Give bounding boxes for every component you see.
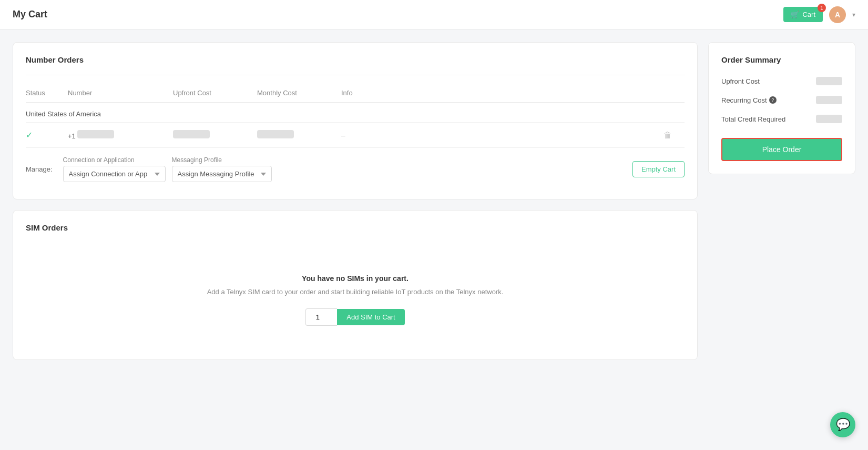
- connection-group: Connection or Application Assign Connect…: [63, 156, 166, 182]
- cart-icon: 🛒: [791, 11, 799, 18]
- order-summary-title: Order Summary: [721, 55, 842, 64]
- empty-cart-button[interactable]: Empty Cart: [632, 161, 685, 177]
- sim-orders-title: SIM Orders: [26, 223, 685, 232]
- col-number: Number: [68, 89, 173, 97]
- manage-row: Manage: Connection or Application Assign…: [26, 148, 685, 186]
- info-value: –: [341, 131, 663, 139]
- col-action: [663, 89, 685, 97]
- page-title: My Cart: [13, 9, 47, 20]
- messaging-dropdown[interactable]: Assign Messaging Profile: [172, 166, 272, 182]
- sim-qty-input[interactable]: [305, 308, 337, 326]
- status-check-icon: ✓: [26, 130, 68, 140]
- sim-empty-state: You have no SIMs in your cart. Add a Tel…: [26, 243, 685, 347]
- cart-badge: 1: [818, 4, 826, 12]
- monthly-cost-value: [257, 130, 341, 140]
- col-status: Status: [26, 89, 68, 97]
- cart-button[interactable]: 🛒 Cart 1: [783, 7, 823, 22]
- sim-add-row: Add SIM to Cart: [305, 308, 404, 326]
- recurring-cost-row: Recurring Cost ?: [721, 96, 842, 104]
- upfront-cost-label: Upfront Cost: [721, 77, 760, 85]
- messaging-group: Messaging Profile Assign Messaging Profi…: [172, 156, 272, 182]
- cart-label: Cart: [802, 11, 815, 18]
- header: My Cart 🛒 Cart 1 A ▾: [0, 0, 868, 29]
- number-orders-title: Number Orders: [26, 55, 685, 64]
- col-monthly: Monthly Cost: [257, 89, 341, 97]
- recurring-cost-label: Recurring Cost ?: [721, 96, 777, 104]
- total-credit-summary-value: [816, 115, 842, 123]
- recurring-cost-summary-value: [816, 96, 842, 104]
- delete-icon[interactable]: 🗑: [663, 131, 685, 140]
- upfront-cost-summary-value: [816, 77, 842, 85]
- messaging-group-label: Messaging Profile: [172, 156, 272, 164]
- right-panel: Order Summary Upfront Cost Recurring Cos…: [708, 42, 855, 360]
- main-content: Number Orders Status Number Upfront Cost…: [0, 29, 868, 373]
- upfront-cost-row: Upfront Cost: [721, 77, 842, 85]
- sim-empty-desc: Add a Telnyx SIM card to your order and …: [207, 288, 504, 296]
- number-orders-card: Number Orders Status Number Upfront Cost…: [13, 42, 698, 199]
- sim-empty-title: You have no SIMs in your cart.: [302, 274, 409, 283]
- monthly-blurred: [257, 130, 294, 138]
- avatar-initial: A: [835, 11, 840, 19]
- order-summary-card: Order Summary Upfront Cost Recurring Cos…: [708, 42, 855, 174]
- col-info: Info: [341, 89, 663, 97]
- table-group-row: United States of America: [26, 103, 685, 123]
- left-panel: Number Orders Status Number Upfront Cost…: [13, 42, 698, 360]
- total-credit-row: Total Credit Required: [721, 115, 842, 123]
- place-order-button[interactable]: Place Order: [721, 138, 842, 161]
- upfront-cost-value: [173, 130, 257, 140]
- number-blurred: [77, 130, 114, 138]
- total-credit-label: Total Credit Required: [721, 115, 785, 123]
- upfront-blurred: [173, 130, 210, 138]
- col-upfront: Upfront Cost: [173, 89, 257, 97]
- connection-dropdown[interactable]: Assign Connection or App: [63, 166, 166, 182]
- avatar[interactable]: A: [829, 6, 846, 23]
- avatar-chevron-icon[interactable]: ▾: [852, 11, 855, 18]
- connection-group-label: Connection or Application: [63, 156, 166, 164]
- phone-number: +1: [68, 130, 173, 140]
- table-row: ✓ +1 – 🗑: [26, 123, 685, 148]
- add-sim-button[interactable]: Add SIM to Cart: [337, 309, 404, 325]
- header-right: 🛒 Cart 1 A ▾: [783, 6, 855, 23]
- divider: [26, 75, 685, 75]
- group-label: United States of America: [26, 110, 101, 118]
- manage-label: Manage:: [26, 165, 53, 173]
- recurring-help-icon[interactable]: ?: [769, 96, 777, 104]
- sim-orders-card: SIM Orders You have no SIMs in your cart…: [13, 210, 698, 360]
- table-header: Status Number Upfront Cost Monthly Cost …: [26, 84, 685, 103]
